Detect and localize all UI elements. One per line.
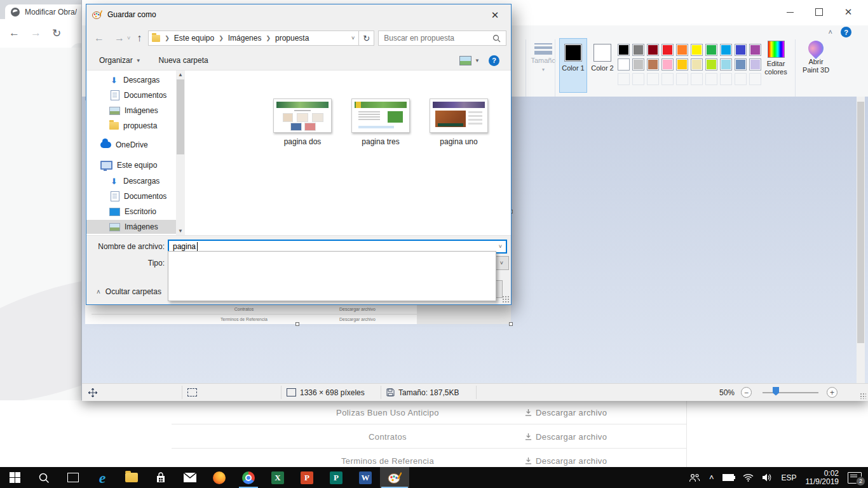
language-indicator[interactable]: ESP (781, 473, 796, 482)
hide-folders-button[interactable]: Ocultar carpetas (105, 287, 161, 296)
sidebar-item-descargas[interactable]: ⬇ Descargas✇︎ (86, 73, 176, 87)
refresh-button[interactable]: ↻ (359, 30, 374, 46)
taskbar-publisher[interactable]: P (322, 467, 351, 488)
sidebar-item-este-equipo[interactable]: Este equipo (86, 158, 176, 172)
palette-color-swatch[interactable] (676, 58, 688, 71)
zoom-in-button[interactable]: + (827, 384, 837, 401)
maximize-button[interactable] (804, 0, 834, 24)
sidebar-item-propuesta[interactable]: propuesta (86, 119, 176, 133)
task-view-button[interactable] (58, 467, 88, 488)
breadcrumb-dropdown-icon[interactable]: ˅︎ (351, 35, 358, 41)
sidebar-item-pc-escritorio[interactable]: Escritorio (86, 205, 176, 219)
file-item-pagina-dos[interactable]: pagina dos (264, 98, 341, 146)
palette-empty-slot[interactable] (618, 73, 630, 85)
zoom-slider[interactable] (763, 384, 818, 401)
palette-color-swatch[interactable] (735, 58, 747, 71)
palette-color-swatch[interactable] (705, 58, 717, 71)
color2-button[interactable]: Color 2 (588, 38, 616, 93)
sidebar-scrollbar[interactable]: ▲ ▼ (176, 71, 185, 235)
sidebar-item-pc-imagenes[interactable]: Imágenes (86, 220, 176, 234)
close-button[interactable]: ✕ (834, 0, 863, 24)
dialog-resize-grip[interactable] (502, 295, 509, 302)
edit-colors-button[interactable]: Editarcolores (761, 41, 791, 76)
taskbar-file-explorer[interactable] (117, 467, 146, 488)
palette-color-swatch[interactable] (661, 58, 674, 71)
wifi-icon[interactable] (743, 473, 754, 482)
palette-empty-slot[interactable] (691, 73, 703, 85)
file-item-pagina-uno[interactable]: pagina uno (421, 98, 497, 146)
dialog-close-button[interactable]: ✕ (485, 8, 505, 22)
clock[interactable]: 0:02 11/9/2019 (806, 470, 839, 486)
download-link[interactable]: Descargar archivo (525, 424, 607, 449)
search-input[interactable] (379, 33, 492, 43)
taskbar-store[interactable] (146, 467, 175, 488)
browser-forward-icon[interactable]: → (31, 27, 41, 39)
breadcrumb-item[interactable]: propuesta (275, 34, 309, 43)
palette-color-swatch[interactable] (676, 44, 688, 56)
organize-button[interactable]: Organizar▼ (99, 56, 141, 65)
sidebar-item-documentos[interactable]: Documentos✇︎ (86, 88, 176, 102)
palette-color-swatch[interactable] (749, 58, 761, 71)
open-paint3d-button[interactable]: AbrirPaint 3D (799, 41, 833, 74)
nav-up-icon[interactable]: ↑ (137, 32, 142, 44)
taskbar-excel[interactable]: X (263, 467, 292, 488)
zoom-slider-thumb[interactable] (773, 387, 779, 396)
palette-empty-slot[interactable] (705, 73, 717, 85)
palette-color-swatch[interactable] (647, 44, 659, 56)
nav-back-icon[interactable]: ← (94, 32, 104, 44)
filename-dropdown-icon[interactable]: ˅︎ (499, 243, 502, 250)
scroll-up-icon[interactable]: ▲ (176, 71, 185, 79)
file-item-pagina-tres[interactable]: pagina tres (342, 98, 419, 146)
palette-empty-slot[interactable] (676, 73, 688, 85)
browser-back-icon[interactable]: ← (9, 27, 20, 39)
palette-color-swatch[interactable] (647, 58, 659, 71)
palette-color-swatch[interactable] (749, 44, 761, 56)
sidebar-item-imagenes[interactable]: Imágenes✇︎ (86, 104, 176, 118)
filename-autocomplete-dropdown[interactable] (168, 251, 496, 301)
palette-color-swatch[interactable] (720, 44, 732, 56)
palette-color-swatch[interactable] (618, 44, 630, 56)
breadcrumb-item[interactable]: Este equipo (174, 34, 214, 43)
scroll-down-icon[interactable]: ▼ (176, 227, 185, 235)
palette-color-swatch[interactable] (691, 44, 703, 56)
taskbar-paint[interactable] (380, 467, 409, 488)
canvas-vertical-scrollbar[interactable] (857, 97, 865, 383)
breadcrumb[interactable]: ❯ Este equipo ❯ Imágenes ❯ propuesta ˅︎ (148, 30, 359, 46)
view-mode-button[interactable]: ▼ (459, 56, 480, 65)
taskbar-word[interactable]: W (351, 467, 380, 488)
palette-empty-slot[interactable] (661, 73, 674, 85)
taskbar-chrome[interactable] (234, 467, 263, 488)
color1-button[interactable]: Color 1 (559, 38, 587, 93)
taskbar-powerpoint[interactable]: P (292, 467, 322, 488)
help-button[interactable]: ? (841, 27, 851, 37)
collapse-ribbon-icon[interactable]: ˄︎ (829, 28, 832, 36)
browser-reload-icon[interactable]: ↻ (52, 27, 61, 40)
hidden-icons-chevron-icon[interactable]: ˄︎ (709, 473, 714, 482)
palette-color-swatch[interactable] (632, 58, 644, 71)
palette-color-swatch[interactable] (691, 58, 703, 71)
size-button[interactable]: Tamaño ▾ (529, 41, 557, 72)
battery-icon[interactable] (722, 474, 734, 481)
taskbar-mail[interactable] (175, 467, 205, 488)
action-center-icon[interactable]: 2 (848, 472, 862, 484)
palette-color-swatch[interactable] (705, 44, 717, 56)
filetype-dropdown-icon[interactable]: ˅︎ (494, 257, 508, 269)
people-icon[interactable] (689, 473, 700, 482)
taskbar-firefox[interactable] (205, 467, 234, 488)
palette-color-swatch[interactable] (735, 44, 747, 56)
palette-color-swatch[interactable] (618, 58, 630, 71)
palette-empty-slot[interactable] (647, 73, 659, 85)
palette-color-swatch[interactable] (720, 58, 732, 71)
palette-color-swatch[interactable] (632, 44, 644, 56)
volume-icon[interactable] (763, 473, 772, 482)
zoom-out-button[interactable]: − (741, 384, 752, 401)
start-button[interactable] (0, 467, 29, 488)
browser-tab[interactable]: Modificar Obra/ (5, 4, 88, 19)
breadcrumb-item[interactable]: Imágenes (228, 34, 262, 43)
taskbar-search-button[interactable] (29, 467, 58, 488)
palette-empty-slot[interactable] (720, 73, 732, 85)
canvas-resize-handle-corner[interactable] (509, 322, 513, 326)
palette-color-swatch[interactable] (661, 44, 674, 56)
sidebar-item-pc-documentos[interactable]: Documentos (86, 189, 176, 203)
palette-empty-slot[interactable] (749, 73, 761, 85)
